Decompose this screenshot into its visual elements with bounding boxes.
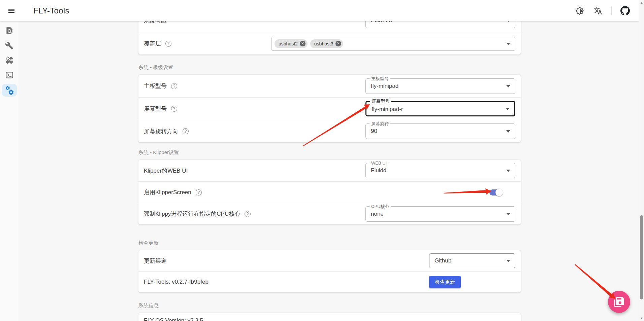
menu-icon[interactable] — [6, 5, 17, 16]
section-klipper-settings: 系统 - Klipper设置 — [138, 149, 179, 156]
web-ui-label: Klipper的WEB UI — [144, 167, 188, 175]
screen-model-label: 屏幕型号 — [144, 105, 167, 113]
section-system-info: 系统信息 — [138, 302, 159, 309]
overlays-select[interactable]: usbhost2 ✕ usbhost3 ✕ — [271, 37, 515, 51]
cpu-core-select[interactable]: CPU核心 none — [365, 206, 515, 222]
sidebar-item-services-settings[interactable] — [2, 84, 17, 97]
scrollbar-thumb[interactable] — [640, 215, 643, 299]
help-icon[interactable]: ? — [171, 106, 177, 112]
scroll-down-icon[interactable]: ▼ — [639, 316, 644, 321]
row-overlays: 覆盖层 ? usbhost2 ✕ usbhost3 ✕ — [138, 33, 521, 54]
field-label: CPU核心 — [369, 204, 391, 209]
field-label: WEB UI — [369, 160, 388, 166]
card-klipper: Klipper的WEB UI WEB UI Fluidd 启用KlipperSc… — [138, 160, 521, 224]
row-update-channel: 更新渠道 Github — [138, 250, 521, 271]
chip-close-icon[interactable]: ✕ — [300, 41, 305, 46]
mainboard-label: 主板型号 — [144, 82, 167, 90]
klipperscreen-toggle[interactable] — [489, 189, 503, 196]
chip-label: usbhost3 — [314, 41, 333, 46]
klipperscreen-label: 启用KlipperScreen — [144, 188, 191, 196]
sidebar-nav — [0, 21, 19, 321]
chip-usbhost2: usbhost2 ✕ — [275, 39, 308, 48]
app-title: FLY-Tools — [33, 6, 69, 15]
chevron-down-icon — [506, 213, 510, 215]
tools-version-label: FLY-Tools: v0.2.7-fb9bfeb — [144, 279, 208, 285]
chevron-down-icon — [506, 85, 510, 87]
help-icon[interactable]: ? — [245, 211, 251, 217]
update-channel-select[interactable]: Github — [429, 253, 515, 268]
settings-page: 系统时区 Etc/UTC 覆盖层 ? usbhost2 ✕ usbhost3 ✕ — [19, 21, 639, 321]
sidebar-item-terminal[interactable] — [2, 69, 17, 81]
chip-usbhost3: usbhost3 ✕ — [310, 39, 343, 48]
help-icon[interactable]: ? — [183, 128, 189, 134]
sidebar-item-file-search[interactable] — [2, 24, 17, 37]
chevron-down-icon — [506, 130, 510, 133]
topbar-actions — [575, 6, 630, 15]
chevron-down-icon — [506, 43, 510, 45]
help-icon[interactable]: ? — [196, 189, 202, 195]
section-check-update: 检查更新 — [138, 240, 159, 246]
save-fab-button[interactable] — [608, 291, 630, 313]
field-label: 主板型号 — [369, 76, 390, 81]
save-all-icon — [614, 296, 624, 307]
cpu-core-label: 强制Klippy进程运行在指定的CPU核心 — [144, 210, 240, 218]
scroll-up-icon[interactable]: ▲ — [639, 0, 644, 5]
card-board: 主板型号 ? 主板型号 fly-minipad 屏幕型号 ? 屏幕型号 fly-… — [138, 75, 521, 142]
field-label: 屏幕旋转 — [369, 121, 390, 126]
card-update: 更新渠道 Github FLY-Tools: v0.2.7-fb9bfeb 检查… — [138, 250, 521, 292]
row-klipperscreen: 启用KlipperScreen ? — [138, 181, 521, 203]
sidebar-item-tools[interactable] — [2, 39, 17, 52]
web-ui-select[interactable]: WEB UI Fluidd — [365, 163, 515, 178]
screen-rotation-label: 屏幕旋转方向 — [144, 128, 178, 135]
update-channel-value: Github — [429, 254, 515, 268]
chevron-down-icon — [506, 170, 510, 172]
help-icon[interactable]: ? — [171, 83, 177, 89]
card-sysinfo: FLY OS Version: v3.3.5 — [138, 313, 521, 321]
row-web-ui: Klipper的WEB UI WEB UI Fluidd — [138, 160, 521, 181]
row-mainboard-model: 主板型号 ? 主板型号 fly-minipad — [138, 75, 521, 97]
github-icon[interactable] — [620, 6, 630, 15]
field-label: 屏幕型号 — [370, 99, 391, 104]
help-icon[interactable]: ? — [165, 41, 171, 47]
top-app-bar: FLY-Tools — [0, 0, 639, 21]
screen-model-select[interactable]: 屏幕型号 fly-minipad-r — [365, 101, 515, 116]
os-version-label: FLY OS Version: v3.3.5 — [144, 317, 203, 321]
overlays-label: 覆盖层 — [144, 40, 161, 47]
chip-close-icon[interactable]: ✕ — [335, 41, 341, 46]
mainboard-select[interactable]: 主板型号 fly-minipad — [365, 78, 515, 94]
chevron-down-icon — [506, 108, 510, 110]
row-os-version: FLY OS Version: v3.3.5 — [138, 313, 521, 321]
section-board-settings: 系统 - 板级设置 — [138, 64, 173, 71]
screen-rotation-select[interactable]: 屏幕旋转 90 — [365, 123, 515, 139]
check-update-button[interactable]: 检查更新 — [429, 276, 461, 288]
update-channel-label: 更新渠道 — [144, 257, 167, 265]
row-screen-model: 屏幕型号 ? 屏幕型号 fly-minipad-r — [138, 97, 521, 120]
toggle-thumb — [495, 189, 503, 196]
theme-brightness-icon[interactable] — [575, 6, 584, 15]
chip-label: usbhost2 — [279, 41, 298, 46]
translate-icon[interactable] — [593, 6, 603, 15]
row-cpu-core: 强制Klippy进程运行在指定的CPU核心 ? CPU核心 none — [138, 203, 521, 224]
chevron-down-icon — [506, 260, 510, 262]
row-screen-rotation: 屏幕旋转方向 ? 屏幕旋转 90 — [138, 120, 521, 142]
screen-model-value: fly-minipad-r — [366, 102, 514, 117]
page-scrollbar[interactable]: ▲ ▼ — [639, 0, 644, 321]
topbar-divider — [611, 6, 612, 15]
row-tools-version: FLY-Tools: v0.2.7-fb9bfeb 检查更新 — [138, 271, 521, 292]
sidebar-item-healing[interactable] — [2, 54, 17, 67]
